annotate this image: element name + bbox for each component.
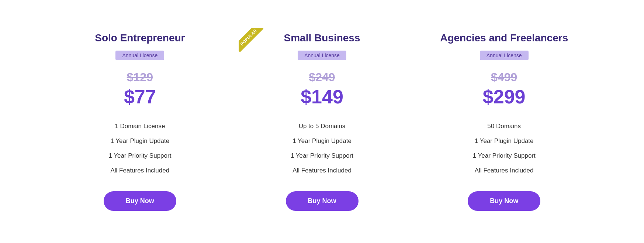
- pricing-container: Solo Entrepreneur Annual License $129 $7…: [27, 10, 617, 233]
- feature-item-1-1: 1 Year Plugin Update: [246, 134, 398, 148]
- card-title-agencies: Agencies and Freelancers: [440, 32, 568, 44]
- feature-item-2-0: 50 Domains: [428, 119, 580, 134]
- pricing-card-solo: Solo Entrepreneur Annual License $129 $7…: [49, 17, 231, 226]
- feature-item-2-1: 1 Year Plugin Update: [428, 134, 580, 148]
- card-title-small-business: Small Business: [284, 32, 360, 44]
- features-list-solo: 1 Domain License 1 Year Plugin Update 1 …: [64, 119, 216, 178]
- feature-item-0-1: 1 Year Plugin Update: [64, 134, 216, 148]
- buy-button-agencies[interactable]: Buy Now: [468, 191, 540, 211]
- features-list-small-business: Up to 5 Domains 1 Year Plugin Update 1 Y…: [246, 119, 398, 178]
- buy-button-solo[interactable]: Buy Now: [104, 191, 176, 211]
- feature-item-1-0: Up to 5 Domains: [246, 119, 398, 134]
- pricing-card-small-business: POPULAR Small Business Annual License $2…: [231, 17, 413, 226]
- feature-item-1-2: 1 Year Priority Support: [246, 148, 398, 163]
- feature-item-0-3: All Features Included: [64, 163, 216, 178]
- feature-item-2-2: 1 Year Priority Support: [428, 148, 580, 163]
- features-list-agencies: 50 Domains 1 Year Plugin Update 1 Year P…: [428, 119, 580, 178]
- feature-item-0-0: 1 Domain License: [64, 119, 216, 134]
- sale-price-solo: $77: [124, 86, 156, 108]
- original-price-solo: $129: [127, 71, 153, 84]
- license-badge-agencies: Annual License: [480, 51, 529, 60]
- sale-price-agencies: $299: [483, 86, 526, 108]
- card-title-solo: Solo Entrepreneur: [95, 32, 185, 44]
- pricing-card-agencies: Agencies and Freelancers Annual License …: [413, 17, 595, 226]
- buy-button-small-business[interactable]: Buy Now: [286, 191, 359, 211]
- license-badge-small-business: Annual License: [298, 51, 346, 60]
- feature-item-1-3: All Features Included: [246, 163, 398, 178]
- original-price-small-business: $249: [309, 71, 335, 84]
- original-price-agencies: $499: [491, 71, 517, 84]
- feature-item-2-3: All Features Included: [428, 163, 580, 178]
- popular-ribbon: POPULAR: [239, 28, 268, 57]
- sale-price-small-business: $149: [301, 86, 343, 108]
- license-badge-solo: Annual License: [115, 51, 164, 60]
- popular-label: POPULAR: [239, 28, 263, 52]
- feature-item-0-2: 1 Year Priority Support: [64, 148, 216, 163]
